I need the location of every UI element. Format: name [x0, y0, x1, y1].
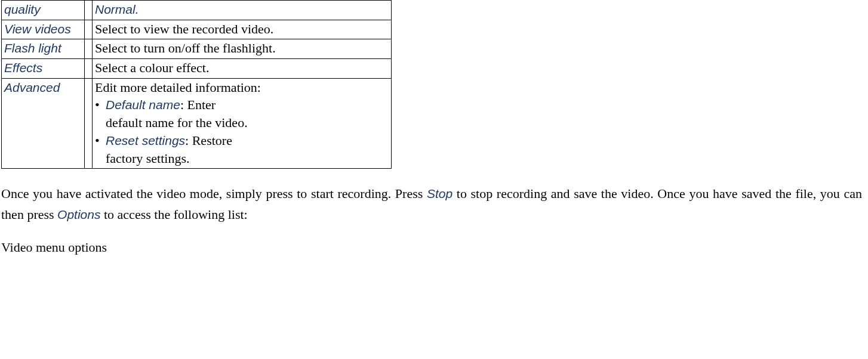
- table-row: View videos Select to view the recorded …: [2, 20, 392, 39]
- row-value: Normal.: [95, 2, 139, 16]
- spacer: [85, 78, 93, 168]
- table-row: Advanced Edit more detailed information:…: [2, 78, 392, 168]
- bullet-cont: default name for the video.: [95, 114, 389, 132]
- options-label: Options: [57, 208, 100, 221]
- bullet-item: • Reset settings: Restore: [95, 132, 389, 150]
- bullet-icon: •: [95, 96, 106, 114]
- spacer: [85, 59, 93, 79]
- bullet-term: Default name: [106, 98, 180, 112]
- table-row: quality Normal.: [2, 1, 392, 20]
- stop-label: Stop: [427, 187, 453, 200]
- settings-table: quality Normal. View videos Select to vi…: [1, 0, 392, 169]
- bullet-cont: factory settings.: [95, 150, 389, 168]
- table-row: Flash light Select to turn on/off the fl…: [2, 39, 392, 59]
- bullet-term: Reset settings: [106, 134, 185, 147]
- text: Once you have activated the video mode, …: [1, 186, 427, 201]
- row-value: Select to turn on/off the flashlight.: [95, 41, 276, 55]
- text: to access the following list:: [104, 207, 248, 222]
- instruction-paragraph: Once you have activated the video mode, …: [1, 183, 862, 225]
- row-value: Select a colour effect.: [95, 60, 209, 75]
- row-label: quality: [4, 2, 41, 16]
- bullet-item: • Default name: Enter: [95, 96, 389, 114]
- row-label: Advanced: [4, 81, 60, 94]
- bullet-icon: •: [95, 132, 106, 150]
- table-row: Effects Select a colour effect.: [2, 59, 392, 79]
- row-label: View videos: [4, 22, 71, 36]
- bullet-rest: : Restore: [185, 133, 232, 148]
- spacer: [85, 39, 93, 59]
- row-label: Effects: [4, 61, 42, 75]
- spacer: [85, 20, 93, 39]
- row-label: Flash light: [4, 41, 61, 55]
- bullet-rest: : Enter: [180, 97, 216, 112]
- row-value: Select to view the recorded video.: [95, 21, 273, 36]
- section-heading: Video menu options: [1, 239, 862, 256]
- spacer: [85, 1, 93, 20]
- row-intro: Edit more detailed information:: [95, 79, 389, 97]
